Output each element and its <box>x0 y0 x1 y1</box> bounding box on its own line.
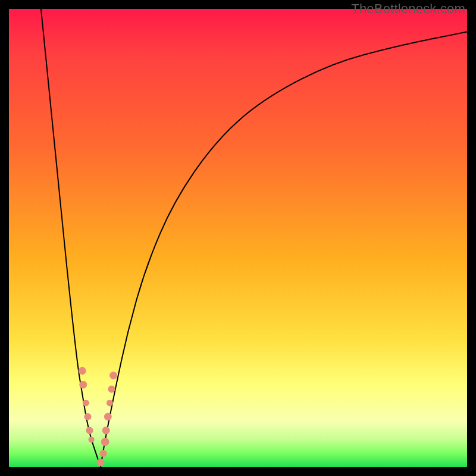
chart-svg <box>9 9 467 467</box>
scatter-point <box>79 367 86 375</box>
chart-plot-area <box>9 9 467 467</box>
scatter-point <box>102 427 110 434</box>
scatter-point <box>108 386 115 393</box>
scatter-point <box>86 427 93 434</box>
scatter-points <box>79 367 117 466</box>
scatter-point <box>97 459 105 466</box>
scatter-point <box>104 413 112 421</box>
chart-frame: TheBottleneck.com <box>0 0 476 476</box>
scatter-point <box>84 413 91 420</box>
watermark-label: TheBottleneck.com <box>351 1 465 17</box>
scatter-point <box>101 438 109 446</box>
curve-right-branch <box>101 32 467 468</box>
scatter-point <box>107 400 113 406</box>
curve-left-branch <box>41 9 101 467</box>
scatter-point <box>109 372 117 380</box>
scatter-point <box>89 437 95 443</box>
scatter-point <box>100 450 107 457</box>
scatter-point <box>79 381 87 389</box>
scatter-point <box>83 400 89 406</box>
